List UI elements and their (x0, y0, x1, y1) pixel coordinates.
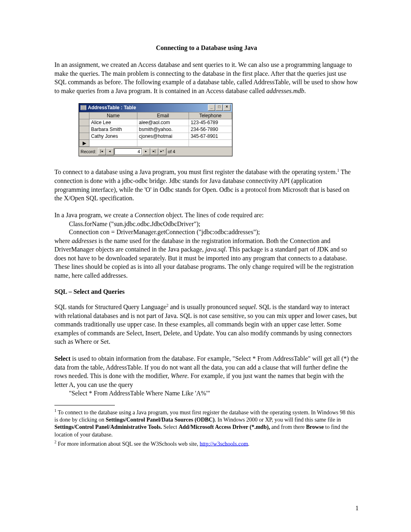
header-row: Name Email Telephone (79, 112, 232, 119)
cell-name[interactable]: Barbara Smith (89, 126, 137, 133)
page-number: 1 (355, 505, 359, 512)
footnote-2: 2 For more information about SQL see the… (54, 439, 359, 448)
cell-email[interactable]: alee@aol.com (137, 119, 189, 126)
address-table: Name Email Telephone Alice Lee alee@aol.… (79, 112, 232, 147)
p4a: where (54, 237, 72, 244)
intro-tail: . (304, 87, 306, 94)
p3a: In a Java program, we create a (54, 212, 135, 218)
fn1f: Add/Microsoft Access Driver (*.mdb), (179, 424, 270, 430)
intro-text: In an assignment, we created an Access d… (54, 61, 358, 94)
p5-em: sequel. (239, 303, 257, 310)
code-line-2: Connection con = DriverManager.getConnec… (54, 229, 359, 236)
p5a: SQL stands for Structured Query Language (54, 303, 166, 310)
cell-empty[interactable] (189, 140, 232, 147)
fn2b: . (248, 441, 250, 447)
fn1b: Settings/Control Panel/Data Sources (ODB… (106, 417, 215, 423)
record-navigator: Record: |◂ ◂ ▸ ▸| ▸* of 4 (79, 147, 232, 156)
cell-name[interactable]: Cathy Jones (89, 133, 137, 140)
cell-telephone[interactable]: 123-45-6789 (189, 119, 232, 126)
col-email[interactable]: Email (137, 112, 189, 119)
page-title: Connecting to a Database using Java (54, 44, 359, 52)
record-of-label: of 4 (168, 149, 175, 154)
record-number-input[interactable] (114, 148, 142, 155)
current-row-indicator[interactable]: ▶ (79, 140, 89, 147)
cell-telephone[interactable]: 234-56-7890 (189, 126, 232, 133)
window-title-text: AddressTable : Table (88, 105, 208, 110)
next-record-button[interactable]: ▸ (142, 148, 150, 155)
intro-filename: addresses.mdb (266, 87, 304, 94)
window-titlebar: AddressTable : Table _ □ × (79, 104, 232, 112)
fn2a: For more information about SQL see the W… (56, 441, 199, 447)
fn1c: . In Windows 2000 or XP, you will find t… (215, 417, 341, 423)
first-record-button[interactable]: |◂ (98, 148, 106, 155)
footnote-separator (54, 405, 115, 405)
cell-empty[interactable] (137, 140, 189, 147)
code-line-1: Class.forName ("sun.jdbc.odbc.JdbcOdbcDr… (54, 220, 359, 228)
row-selector[interactable] (79, 119, 89, 126)
row-selector[interactable] (79, 133, 89, 140)
maximize-button[interactable]: □ (216, 104, 223, 111)
p2a: To connect to a database using a Java pr… (54, 169, 337, 176)
fn1g: and from there (270, 424, 306, 430)
paragraph-sql: SQL stands for Structured Query Language… (54, 303, 359, 346)
cell-name[interactable]: Alice Lee (89, 119, 137, 126)
table-row[interactable]: Barbara Smith bsmith@yahoo. 234-56-7890 (79, 126, 232, 133)
new-record-button[interactable]: ▸* (158, 148, 166, 155)
close-button[interactable]: × (223, 104, 230, 111)
intro-paragraph: In an assignment, we created an Access d… (54, 60, 359, 95)
cell-email[interactable]: cjones@hotmai (137, 133, 189, 140)
paragraph-select: Select is used to obtain information fro… (54, 354, 359, 389)
cell-email[interactable]: bsmith@yahoo. (137, 126, 189, 133)
select-bold: Select (54, 355, 71, 362)
corner-cell (79, 112, 89, 119)
table-row[interactable]: Cathy Jones cjones@hotmai 345-67-8901 (79, 133, 232, 140)
section-heading-sql: SQL – Select and Queries (54, 288, 359, 295)
p5b: and is usually pronounced (168, 303, 239, 310)
new-row[interactable]: ▶ (79, 140, 232, 147)
fn1h: Browse (306, 424, 324, 430)
p4-em2: java.sql (206, 246, 226, 253)
prev-record-button[interactable]: ◂ (106, 148, 114, 155)
cell-telephone[interactable]: 345-67-8901 (189, 133, 232, 140)
row-selector[interactable] (79, 126, 89, 133)
p4-em: addresses (72, 237, 97, 244)
cell-empty[interactable] (89, 140, 137, 147)
paragraph-connection-obj: In a Java program, we create a Connectio… (54, 211, 359, 220)
p3-em: Connection (135, 212, 164, 218)
access-table-window: AddressTable : Table _ □ × Name Email Te… (79, 103, 232, 156)
table-row[interactable]: Alice Lee alee@aol.com 123-45-6789 (79, 119, 232, 126)
minimize-button[interactable]: _ (208, 104, 215, 111)
record-label: Record: (81, 149, 96, 154)
datasheet-icon (81, 105, 86, 110)
p6-em: Where. (171, 372, 189, 379)
last-record-button[interactable]: ▸| (150, 148, 158, 155)
col-telephone[interactable]: Telephone (189, 112, 232, 119)
footnote-1: 1 To connect to the database using a Jav… (54, 408, 359, 438)
code-line-3: "Select * From AddressTable Where Name L… (54, 390, 359, 397)
fn1e: Select (162, 424, 179, 430)
fn1d: Settings/Control Panel/Administrative To… (54, 424, 162, 430)
col-name[interactable]: Name (89, 112, 137, 119)
p3b: object. The lines of code required are: (164, 212, 264, 218)
paragraph-connect: To connect to a database using a Java pr… (54, 168, 359, 203)
footnote-link[interactable]: http://w3schools.com (199, 441, 248, 447)
paragraph-where-addresses: where addresses is the name used for the… (54, 237, 359, 280)
